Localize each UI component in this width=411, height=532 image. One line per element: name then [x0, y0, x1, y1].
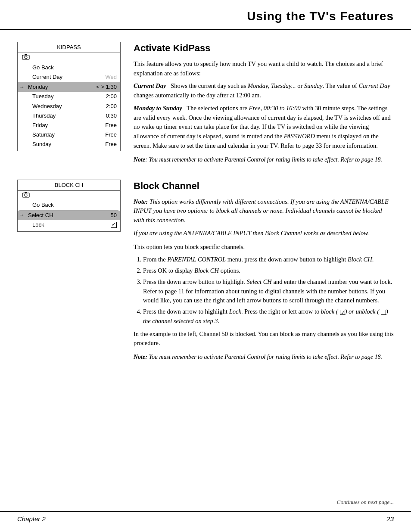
kidpass-sunday-value: Free — [105, 140, 117, 148]
page-header: Using the TV's Features — [0, 0, 411, 30]
blockch-lock-value — [109, 221, 117, 229]
blockch-title: Block Channel — [134, 180, 394, 193]
footer-page: 23 — [386, 514, 394, 523]
kidpass-monday-value: < > 1:30 — [96, 83, 117, 91]
blockch-example: In the example to the left, Channel 50 i… — [134, 330, 394, 348]
svg-rect-2 — [25, 54, 27, 56]
kidpass-tuesday-value: 2:00 — [106, 93, 117, 100]
kidpass-tuesday-label: Tuesday — [31, 93, 106, 100]
blockch-step-1: From the PARENTAL CONTROL menu, press th… — [143, 255, 394, 264]
blockch-go-back[interactable]: Go Back — [18, 200, 120, 210]
kidpass-monday[interactable]: Monday < > 1:30 — [18, 82, 120, 92]
kidpass-thursday[interactable]: Thursday 0:30 — [18, 111, 120, 121]
blockch-lock-label: Lock — [31, 221, 109, 229]
kidpass-thursday-label: Thursday — [31, 112, 106, 120]
block-channel-section: BLOCK CH Go Back — [17, 180, 394, 361]
blockch-step-3: Press the down arrow button to highlight… — [143, 277, 394, 305]
kidpass-tuesday[interactable]: Tuesday 2:00 — [18, 92, 120, 101]
kidpass-note: Note: You must remember to activate Pare… — [134, 155, 394, 164]
blockch-note2: Note: You must remember to activate Pare… — [134, 352, 394, 361]
camera-icon-2 — [21, 192, 31, 199]
step4-empty-icon — [381, 310, 386, 315]
kidpass-wednesday-label: Wednesday — [31, 103, 106, 110]
blockch-select-ch[interactable]: Select CH 50 — [18, 211, 120, 220]
kidpass-menu-title: KIDPASS — [18, 42, 120, 53]
svg-rect-5 — [25, 192, 27, 193]
checkbox-checked-icon — [111, 222, 117, 228]
blockch-step-2: Press OK to display Block CH options. — [143, 266, 394, 276]
kidpass-section: KIDPASS Go Back — [17, 42, 394, 164]
kidpass-menu-col: KIDPASS Go Back — [17, 42, 121, 164]
kidpass-cam-row — [18, 53, 120, 62]
blockch-note-italic: Note: This option works differently with… — [134, 197, 394, 225]
blockch-go-back-label: Go Back — [31, 201, 117, 209]
kidpass-friday-label: Friday — [31, 121, 105, 129]
kidpass-saturday-value: Free — [105, 131, 117, 139]
kidpass-monday-label: Monday — [26, 83, 96, 91]
kidpass-text-col: Activate KidPass This feature allows you… — [134, 42, 394, 164]
step4-checked-icon — [340, 310, 345, 315]
camera-icon — [21, 54, 31, 62]
blockch-para1: This option lets you block specific chan… — [134, 243, 394, 252]
kidpass-go-back[interactable]: Go Back — [18, 63, 120, 72]
svg-point-1 — [25, 56, 27, 59]
blockch-lock[interactable]: Lock — [18, 220, 120, 231]
kidpass-wednesday[interactable]: Wednesday 2:00 — [18, 102, 120, 111]
kidpass-monday-desc: Monday to Sunday The selected options ar… — [134, 104, 394, 151]
blockch-text-col: Block Channel Note: This option works di… — [134, 180, 394, 361]
kidpass-current-day: Current Day Wed — [18, 72, 120, 82]
kidpass-saturday[interactable]: Saturday Free — [18, 130, 120, 140]
kidpass-current-day-value: Wed — [106, 73, 117, 81]
page-footer: Chapter 2 23 — [0, 511, 411, 523]
kidpass-saturday-label: Saturday — [31, 131, 105, 139]
kidpass-title: Activate KidPass — [134, 42, 394, 55]
kidpass-current-day-label: Current Day — [31, 73, 106, 81]
page-title: Using the TV's Features — [17, 8, 394, 25]
blockch-step-4: Press the down arrow to highlight Lock. … — [143, 307, 394, 326]
blockch-cam-row — [18, 191, 120, 200]
kidpass-wednesday-value: 2:00 — [106, 103, 117, 110]
kidpass-thursday-value: 0:30 — [106, 112, 117, 120]
continues-text: Continues on next page... — [337, 498, 394, 506]
kidpass-current-day-desc: Current Day Shows the current day such a… — [134, 81, 394, 100]
kidpass-friday-value: Free — [105, 121, 117, 129]
blockch-note-italic2: If you are using the ANTENNA/CABLE INPUT… — [134, 229, 394, 238]
kidpass-go-back-label: Go Back — [31, 64, 117, 72]
kidpass-sunday-label: Sunday — [31, 140, 105, 148]
kidpass-friday[interactable]: Friday Free — [18, 121, 120, 130]
kidpass-sunday[interactable]: Sunday Free — [18, 140, 120, 151]
page-content: KIDPASS Go Back — [0, 30, 411, 361]
blockch-select-ch-label: Select CH — [26, 212, 111, 219]
blockch-steps-list: From the PARENTAL CONTROL menu, press th… — [143, 255, 394, 326]
kidpass-para1: This feature allows you to specify how m… — [134, 59, 394, 78]
blockch-menu-col: BLOCK CH Go Back — [17, 180, 121, 361]
footer-chapter: Chapter 2 — [17, 514, 46, 523]
blockch-menu-title: BLOCK CH — [18, 180, 120, 191]
kidpass-menu-box: KIDPASS Go Back — [17, 42, 121, 151]
blockch-menu-box: BLOCK CH Go Back — [17, 180, 121, 232]
svg-point-4 — [25, 194, 27, 196]
blockch-select-ch-value: 50 — [111, 212, 117, 219]
